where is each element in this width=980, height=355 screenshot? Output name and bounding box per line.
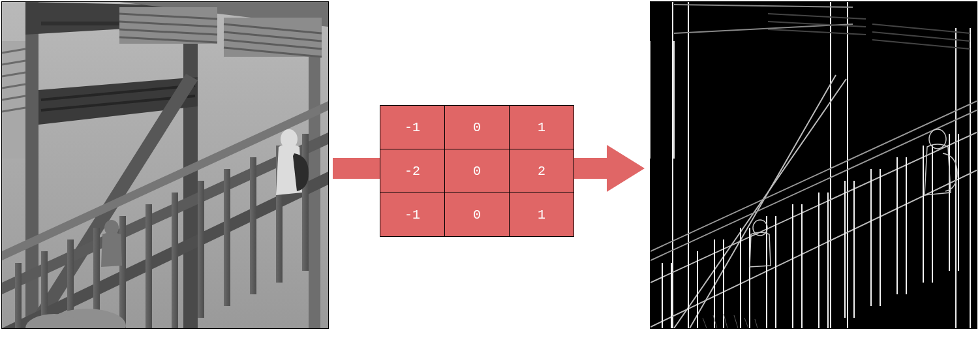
svg-rect-30 bbox=[15, 263, 22, 328]
svg-rect-35 bbox=[145, 204, 152, 328]
kernel-cell: -1 bbox=[380, 193, 445, 237]
input-image-svg bbox=[2, 2, 328, 328]
svg-rect-39 bbox=[250, 157, 256, 294]
diagram-container: -1 0 1 -2 0 2 -1 0 1 bbox=[0, 0, 980, 355]
kernel-cell: 0 bbox=[445, 106, 510, 149]
convolution-kernel: -1 0 1 -2 0 2 -1 0 1 bbox=[380, 105, 574, 237]
kernel-cell: 1 bbox=[510, 106, 574, 149]
svg-rect-36 bbox=[172, 193, 178, 328]
table-row: -2 0 2 bbox=[380, 149, 574, 193]
input-image bbox=[1, 1, 329, 329]
kernel-cell: -2 bbox=[380, 149, 445, 193]
output-image bbox=[650, 1, 977, 329]
kernel-cell: -1 bbox=[380, 106, 445, 149]
table-row: -1 0 1 bbox=[380, 193, 574, 237]
output-image-svg bbox=[651, 2, 977, 328]
svg-rect-34 bbox=[119, 216, 126, 328]
kernel-cell: 0 bbox=[445, 193, 510, 237]
svg-rect-38 bbox=[224, 169, 230, 306]
svg-rect-37 bbox=[198, 181, 204, 318]
svg-rect-48 bbox=[651, 2, 977, 328]
svg-rect-41 bbox=[302, 134, 309, 271]
kernel-cell: 2 bbox=[510, 149, 574, 193]
kernel-cell: 1 bbox=[510, 193, 574, 237]
table-row: -1 0 1 bbox=[380, 106, 574, 149]
kernel-cell: 0 bbox=[445, 149, 510, 193]
